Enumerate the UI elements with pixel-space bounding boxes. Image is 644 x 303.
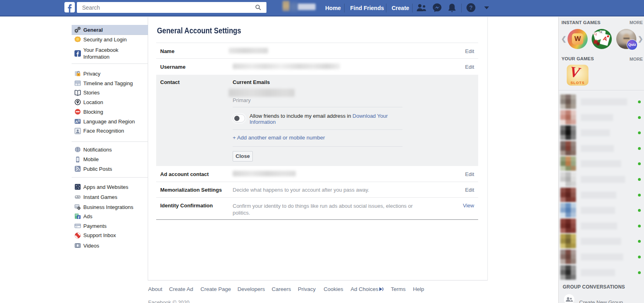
svg-text:文: 文 [77,119,80,122]
svg-text:?: ? [469,4,473,11]
